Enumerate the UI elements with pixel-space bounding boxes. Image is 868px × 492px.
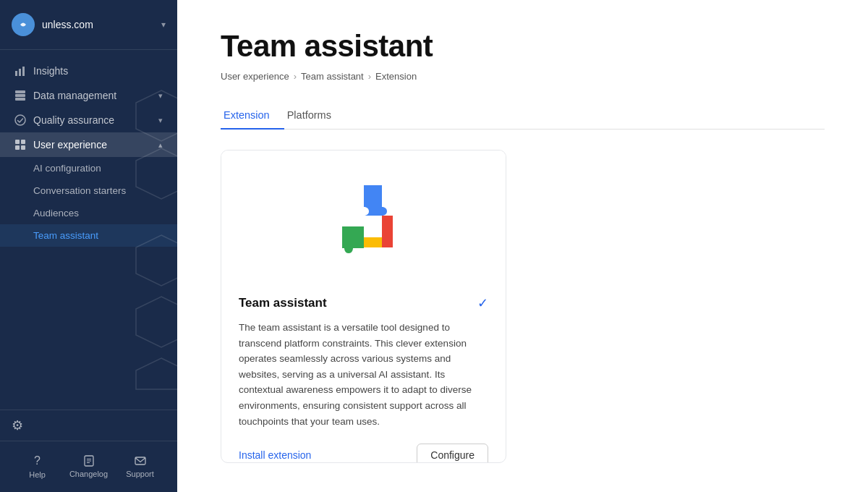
svg-rect-7 (19, 69, 21, 76)
svg-marker-4 (136, 358, 187, 389)
svg-rect-11 (15, 98, 25, 101)
svg-rect-8 (22, 67, 25, 76)
support-label: Support (126, 470, 154, 478)
tab-extension[interactable]: Extension (221, 102, 284, 130)
breadcrumb-sep-2: › (368, 71, 371, 82)
svg-rect-14 (21, 140, 25, 144)
quality-assurance-chevron: ▾ (158, 116, 163, 125)
card-body: Team assistant ✓ The team assistant is a… (221, 281, 506, 463)
sidebar-item-insights[interactable]: Insights (0, 59, 177, 83)
user-experience-label: User experience (33, 139, 151, 150)
app-logo (12, 13, 35, 36)
breadcrumb-user-experience[interactable]: User experience (221, 71, 289, 82)
tab-platforms[interactable]: Platforms (284, 102, 346, 130)
database-icon (14, 90, 26, 101)
card-actions: Install extension Configure (239, 444, 488, 463)
main-content: Team assistant User experience › Team as… (177, 0, 868, 492)
svg-rect-10 (15, 94, 25, 97)
org-chevron-icon: ▾ (161, 20, 166, 30)
sidebar: unless.com ▾ Insights Data management ▾ (0, 0, 177, 492)
breadcrumb-extension: Extension (375, 71, 417, 82)
user-experience-chevron: ▴ (158, 140, 163, 150)
audiences-label: Audiences (33, 208, 79, 219)
breadcrumb: User experience › Team assistant › Exten… (221, 71, 825, 82)
sidebar-item-quality-assurance[interactable]: Quality assurance ▾ (0, 108, 177, 132)
help-button[interactable]: ? Help (12, 451, 63, 482)
sidebar-item-user-experience[interactable]: User experience ▴ (0, 132, 177, 157)
ai-configuration-label: AI configuration (33, 163, 101, 174)
card-title-row: Team assistant ✓ (239, 295, 488, 311)
changelog-icon (83, 455, 95, 467)
svg-rect-15 (15, 145, 20, 150)
svg-rect-21 (135, 457, 145, 465)
breadcrumb-sep-1: › (294, 71, 297, 82)
configure-button[interactable]: Configure (417, 444, 488, 463)
team-assistant-label: Team assistant (33, 230, 98, 241)
svg-marker-3 (136, 297, 187, 347)
svg-marker-2 (136, 235, 187, 286)
card-description: The team assistant is a versatile tool d… (239, 320, 488, 429)
support-button[interactable]: Support (114, 451, 166, 482)
card-logo-area (221, 150, 506, 281)
svg-point-12 (15, 115, 25, 125)
puzzle-icon (324, 179, 404, 259)
install-extension-link[interactable]: Install extension (239, 449, 311, 461)
tabs-bar: Extension Platforms (221, 102, 825, 130)
svg-rect-22 (364, 216, 382, 226)
svg-rect-16 (21, 145, 25, 150)
data-management-label: Data management (33, 90, 151, 101)
sidebar-item-data-management[interactable]: Data management ▾ (0, 83, 177, 108)
bar-chart-icon (14, 65, 26, 77)
page-title: Team assistant (221, 29, 825, 64)
help-label: Help (29, 470, 46, 479)
conversation-starters-label: Conversation starters (33, 185, 126, 196)
data-management-chevron: ▾ (158, 91, 163, 101)
breadcrumb-team-assistant[interactable]: Team assistant (301, 71, 364, 82)
svg-rect-6 (15, 71, 17, 76)
insights-label: Insights (33, 65, 163, 77)
help-icon: ? (34, 454, 41, 467)
check-circle-icon (14, 114, 26, 126)
org-name: unless.com (42, 19, 154, 30)
svg-rect-23 (364, 226, 382, 237)
sidebar-bottom-bar: ? Help Changelog Support (0, 441, 177, 492)
sidebar-header[interactable]: unless.com ▾ (0, 0, 177, 50)
quality-assurance-label: Quality assurance (33, 114, 151, 126)
card-check-icon: ✓ (477, 295, 488, 311)
settings-gear-icon[interactable]: ⚙ (12, 418, 23, 433)
changelog-button[interactable]: Changelog (63, 451, 114, 482)
grid-icon (14, 139, 26, 150)
hex-decoration-2 (132, 232, 190, 391)
sidebar-settings[interactable]: ⚙ (0, 410, 177, 441)
svg-rect-13 (15, 140, 20, 144)
extension-card: Team assistant ✓ The team assistant is a… (221, 150, 506, 463)
svg-rect-9 (15, 90, 25, 93)
card-title: Team assistant (239, 296, 327, 310)
support-mail-icon (135, 455, 146, 467)
changelog-label: Changelog (69, 470, 108, 478)
